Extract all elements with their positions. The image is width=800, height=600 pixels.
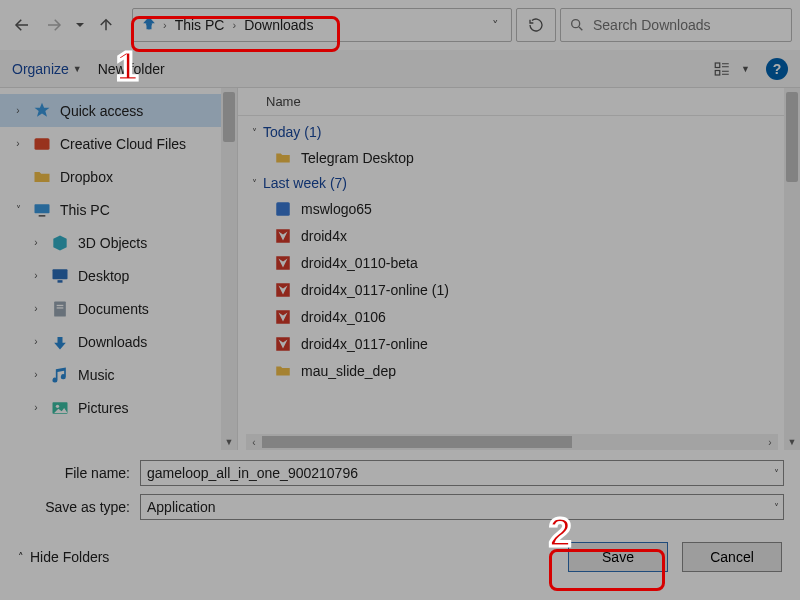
svg-rect-5 <box>39 215 46 217</box>
save-as-type-field[interactable]: Application ˅ <box>140 494 784 520</box>
refresh-button[interactable] <box>516 8 556 42</box>
tree-expand-icon[interactable]: › <box>30 303 42 314</box>
list-scrollbar[interactable]: ▲ ▼ <box>784 88 800 450</box>
tree-item[interactable]: ›Creative Cloud Files <box>0 127 237 160</box>
file-icon <box>274 200 292 218</box>
scroll-thumb[interactable] <box>262 436 572 448</box>
tree-item-icon <box>50 398 70 418</box>
svg-rect-13 <box>276 202 290 216</box>
svg-rect-8 <box>54 301 66 316</box>
hide-folders-toggle[interactable]: ˄ Hide Folders <box>18 549 109 565</box>
file-item[interactable]: Telegram Desktop <box>246 144 800 171</box>
breadcrumb-history-dropdown[interactable]: ˅ <box>485 18 505 33</box>
tree-item-label: Desktop <box>78 268 129 284</box>
tree-item-icon <box>50 365 70 385</box>
scroll-down-icon[interactable]: ▼ <box>784 434 800 450</box>
file-item[interactable]: mau_slide_dep <box>246 357 800 384</box>
tree-item[interactable]: ›Downloads <box>0 325 237 358</box>
chevron-down-icon: ▼ <box>741 64 750 74</box>
file-item[interactable]: droid4x_0106 <box>246 303 800 330</box>
tree-item-label: Quick access <box>60 103 143 119</box>
file-icon <box>274 281 292 299</box>
file-item[interactable]: droid4x_0117-online <box>246 330 800 357</box>
search-input[interactable] <box>593 17 783 33</box>
search-icon <box>569 17 585 33</box>
file-group-title: Today (1) <box>263 124 321 140</box>
filename-field[interactable]: gameloop_all_in_one_900210796 ˅ <box>140 460 784 486</box>
tree-expand-icon[interactable]: › <box>30 237 42 248</box>
nav-up-button[interactable] <box>92 11 120 39</box>
svg-rect-1 <box>715 63 720 68</box>
tree-item-label: Creative Cloud Files <box>60 136 186 152</box>
tree-expand-icon[interactable]: › <box>30 336 42 347</box>
tree-item-label: 3D Objects <box>78 235 147 251</box>
scroll-thumb[interactable] <box>786 92 798 182</box>
search-box[interactable] <box>560 8 792 42</box>
tree-scrollbar[interactable]: ▲ ▼ <box>221 88 237 450</box>
tree-expand-icon[interactable]: › <box>30 402 42 413</box>
tree-item-icon <box>50 233 70 253</box>
navigation-tree[interactable]: ›Quick access›Creative Cloud FilesDropbo… <box>0 88 238 450</box>
column-header-row[interactable]: Name <box>238 88 800 116</box>
tree-item[interactable]: ›3D Objects <box>0 226 237 259</box>
tree-item-icon <box>32 200 52 220</box>
svg-point-0 <box>572 20 580 28</box>
file-group-header[interactable]: ˅Last week (7) <box>246 171 800 195</box>
nav-back-button[interactable] <box>8 11 36 39</box>
help-glyph: ? <box>773 61 782 77</box>
annotation-number-1: 1 <box>116 44 138 89</box>
tree-expand-icon[interactable]: › <box>12 138 24 149</box>
view-options[interactable]: ▼ <box>711 60 750 78</box>
tree-expand-icon[interactable]: ˅ <box>12 204 24 215</box>
cancel-button-label: Cancel <box>710 549 754 565</box>
hide-folders-label: Hide Folders <box>30 549 109 565</box>
cancel-button[interactable]: Cancel <box>682 542 782 572</box>
address-bar-row: › This PC › Downloads ˅ <box>0 0 800 50</box>
scroll-left-icon[interactable]: ‹ <box>246 437 262 448</box>
filename-value: gameloop_all_in_one_900210796 <box>147 465 358 481</box>
horizontal-scrollbar[interactable]: ‹ › <box>246 434 778 450</box>
save-form: File name: gameloop_all_in_one_900210796… <box>0 450 800 532</box>
chevron-down-icon[interactable]: ˅ <box>774 468 779 479</box>
tree-item[interactable]: ˅This PC <box>0 193 237 226</box>
file-list[interactable]: Name ˅Today (1)Telegram Desktop˅Last wee… <box>238 88 800 450</box>
file-item[interactable]: droid4x_0117-online (1) <box>246 276 800 303</box>
file-item[interactable]: mswlogo65 <box>246 195 800 222</box>
scroll-right-icon[interactable]: › <box>762 437 778 448</box>
file-group-header[interactable]: ˅Today (1) <box>246 120 800 144</box>
nav-forward-button[interactable] <box>40 11 68 39</box>
chevron-down-icon[interactable]: ˅ <box>774 502 779 513</box>
tree-item[interactable]: ›Desktop <box>0 259 237 292</box>
tree-item[interactable]: ›Music <box>0 358 237 391</box>
nav-recent-dropdown[interactable] <box>72 11 88 39</box>
file-name: Telegram Desktop <box>301 150 414 166</box>
file-item[interactable]: droid4x <box>246 222 800 249</box>
file-name: droid4x_0117-online (1) <box>301 282 449 298</box>
file-icon <box>274 149 292 167</box>
save-as-type-value: Application <box>147 499 216 515</box>
file-name: droid4x_0117-online <box>301 336 428 352</box>
help-button[interactable]: ? <box>766 58 788 80</box>
explorer-panes: ›Quick access›Creative Cloud FilesDropbo… <box>0 88 800 450</box>
annotation-box-save <box>549 549 665 591</box>
scroll-down-icon[interactable]: ▼ <box>221 434 237 450</box>
tree-item[interactable]: Dropbox <box>0 160 237 193</box>
scroll-thumb[interactable] <box>223 92 235 142</box>
tree-item[interactable]: ›Documents <box>0 292 237 325</box>
file-name: mswlogo65 <box>301 201 372 217</box>
tree-item[interactable]: ›Quick access <box>0 94 237 127</box>
file-group-title: Last week (7) <box>263 175 347 191</box>
column-header-name[interactable]: Name <box>266 94 301 109</box>
tree-expand-icon[interactable]: › <box>12 105 24 116</box>
tree-expand-icon[interactable]: › <box>30 270 42 281</box>
tree-item-label: Downloads <box>78 334 147 350</box>
organize-menu[interactable]: Organize ▼ <box>12 61 82 77</box>
chevron-down-icon: ˅ <box>252 178 257 189</box>
svg-point-12 <box>56 404 59 407</box>
svg-rect-7 <box>58 280 63 283</box>
tree-expand-icon[interactable]: › <box>30 369 42 380</box>
file-name: droid4x <box>301 228 347 244</box>
file-icon <box>274 254 292 272</box>
tree-item[interactable]: ›Pictures <box>0 391 237 424</box>
file-item[interactable]: droid4x_0110-beta <box>246 249 800 276</box>
